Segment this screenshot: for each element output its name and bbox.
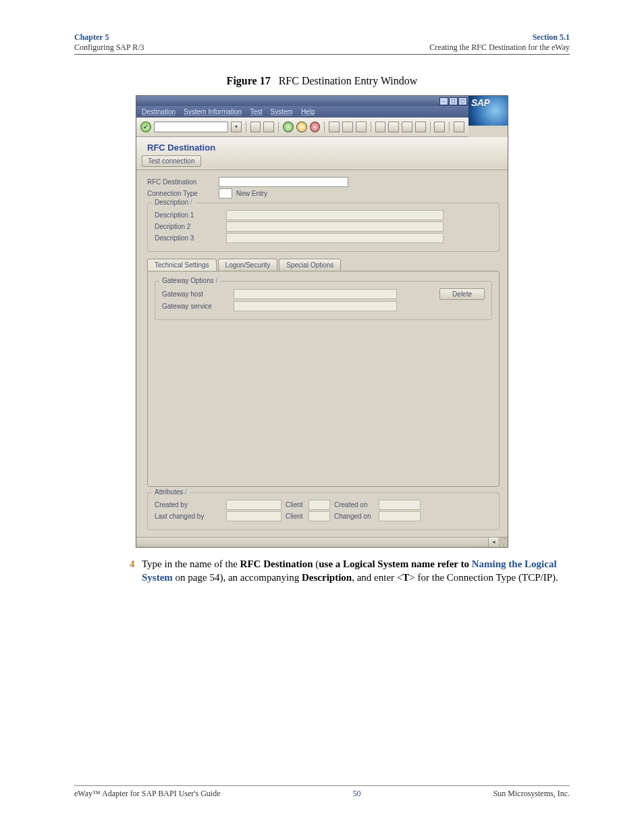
- enter-icon[interactable]: ✔: [140, 122, 151, 132]
- window-titlebar: – ◻ ◻ SAP: [136, 96, 508, 106]
- menu-test[interactable]: Test: [250, 108, 262, 115]
- menu-system[interactable]: System: [271, 108, 293, 115]
- desc1-input[interactable]: [226, 210, 444, 220]
- connection-type-input[interactable]: [219, 188, 232, 199]
- delete-button[interactable]: Delete: [439, 288, 485, 300]
- gateway-service-label: Gateway service: [162, 303, 230, 310]
- created-by-label: Created by: [155, 501, 222, 509]
- page-footer: eWay™ Adapter for SAP BAPI User's Guide …: [74, 785, 570, 799]
- shortcut-icon[interactable]: [454, 122, 464, 132]
- menu-destination[interactable]: Destination: [142, 108, 176, 115]
- created-on-label: Created on: [334, 501, 375, 509]
- find-icon[interactable]: [342, 122, 353, 132]
- menu-help[interactable]: Help: [301, 108, 315, 115]
- page-number: 50: [353, 789, 361, 799]
- created-on-value: [379, 500, 421, 510]
- gateway-host-label: Gateway host: [162, 290, 230, 298]
- connection-type-label: Connection Type: [147, 190, 215, 197]
- created-by-value: [226, 500, 281, 510]
- tab-technical-settings[interactable]: Technical Settings: [147, 259, 217, 271]
- changed-on-value: [379, 511, 421, 521]
- header-rule: [74, 54, 570, 55]
- footer-left: eWay™ Adapter for SAP BAPI User's Guide: [74, 789, 220, 799]
- step-number: 4: [130, 557, 135, 571]
- figure-caption: Figure 17 RFC Destination Entry Window: [0, 75, 644, 87]
- desc2-input[interactable]: [226, 221, 444, 232]
- footer-right: Sun Microsystems, Inc.: [493, 789, 570, 799]
- last-changed-by-label: Last changed by: [155, 513, 222, 520]
- test-connection-button[interactable]: Test connection: [142, 155, 201, 167]
- yellow-exit-icon[interactable]: [296, 122, 307, 132]
- client-label-1: Client: [286, 501, 304, 509]
- prev-page-icon[interactable]: [388, 122, 399, 132]
- back-icon[interactable]: [250, 122, 261, 132]
- last-page-icon[interactable]: [415, 122, 426, 132]
- first-page-icon[interactable]: [375, 122, 386, 132]
- tab-pane: Gateway Options / Gateway host Delete Ga…: [147, 271, 500, 487]
- sap-window: – ◻ ◻ SAP Destination System Information…: [136, 95, 508, 548]
- sap-logo: SAP: [468, 96, 508, 126]
- connection-type-text: New Entry: [236, 190, 267, 197]
- desc3-label: Description 3: [155, 234, 222, 242]
- changed-on-label: Changed on: [334, 513, 375, 520]
- command-dropdown-icon[interactable]: ▾: [231, 122, 242, 132]
- chapter-subtitle: Configuring SAP R/3: [74, 43, 144, 53]
- chapter-label: Chapter 5: [74, 32, 144, 43]
- client-value-1: [308, 500, 330, 510]
- instruction-step: 4 Type in the name of the RFC Destinatio…: [142, 557, 563, 585]
- standard-toolbar: ✔ ▾: [136, 118, 468, 137]
- menu-bar: Destination System Information Test Syst…: [136, 106, 468, 118]
- tab-strip: Technical Settings Logon/Security Specia…: [147, 259, 500, 271]
- restore-icon[interactable]: ◻: [449, 97, 458, 105]
- find-next-icon[interactable]: [356, 122, 367, 132]
- section-subtitle: Creating the RFC Destination for the eWa…: [429, 43, 570, 53]
- maximize-icon[interactable]: ◻: [458, 97, 467, 105]
- save-icon[interactable]: [263, 122, 274, 132]
- section-label: Section 5.1: [429, 32, 570, 43]
- screen-title: RFC Destination: [142, 140, 502, 155]
- resize-grip-icon[interactable]: [498, 538, 508, 546]
- new-session-icon[interactable]: [434, 122, 445, 132]
- description-group: Description / Description 1 Decription 2…: [147, 203, 500, 252]
- desc2-label: Decription 2: [155, 223, 222, 230]
- menu-system-information[interactable]: System Information: [184, 108, 242, 115]
- next-page-icon[interactable]: [402, 122, 412, 132]
- client-label-2: Client: [286, 513, 304, 520]
- desc1-label: Description 1: [155, 211, 222, 219]
- green-back-icon[interactable]: [283, 122, 294, 132]
- client-value-2: [308, 511, 330, 521]
- rfc-destination-label: RFC Destination: [147, 178, 215, 186]
- attributes-group: Attributes / Created by Client Created o…: [147, 492, 500, 530]
- tab-special-options[interactable]: Special Options: [279, 259, 341, 271]
- gateway-service-input[interactable]: [234, 301, 397, 311]
- gateway-options-group: Gateway Options / Gateway host Delete Ga…: [155, 281, 492, 320]
- rfc-destination-input[interactable]: [219, 177, 348, 187]
- horizontal-scrollbar[interactable]: ◂: [136, 537, 508, 547]
- red-cancel-icon[interactable]: [310, 122, 321, 132]
- last-changed-by-value: [226, 511, 281, 521]
- print-icon[interactable]: [329, 122, 340, 132]
- tab-logon-security[interactable]: Logon/Security: [218, 259, 278, 271]
- desc3-input[interactable]: [226, 233, 444, 243]
- scroll-left-icon[interactable]: ◂: [488, 538, 498, 546]
- minimize-icon[interactable]: –: [439, 97, 448, 105]
- gateway-host-input[interactable]: [234, 289, 397, 299]
- page-header: Chapter 5 Configuring SAP R/3 Section 5.…: [0, 0, 644, 53]
- command-field[interactable]: [154, 122, 228, 132]
